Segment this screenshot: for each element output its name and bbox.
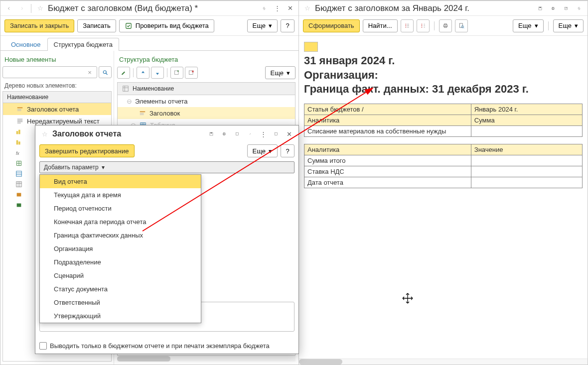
expand-all-icon[interactable] xyxy=(401,19,414,32)
new-window-icon[interactable] xyxy=(232,128,243,139)
star-icon[interactable]: ☆ xyxy=(35,3,46,14)
palette-icon-1[interactable] xyxy=(15,128,23,136)
table-remove-icon[interactable] xyxy=(185,67,198,79)
move-up-icon[interactable] xyxy=(137,67,149,79)
tab-structure[interactable]: Структура бюджета xyxy=(47,38,119,51)
menu-item-current-datetime[interactable]: Текущая дата и время xyxy=(40,188,201,202)
star-icon[interactable]: ☆ xyxy=(39,128,50,139)
modal-help-button[interactable]: ? xyxy=(281,144,294,157)
row-vat[interactable]: Ставка НДС xyxy=(304,166,471,177)
row-materials[interactable]: Списание материалов на собственные нужды xyxy=(304,125,471,136)
menu-item-scenario[interactable]: Сценарий xyxy=(40,269,201,282)
palette-icon-5[interactable] xyxy=(15,170,23,178)
link-icon[interactable] xyxy=(245,128,256,139)
structure-hscroll[interactable] xyxy=(117,356,295,362)
search-icon[interactable] xyxy=(99,66,112,78)
svg-rect-7 xyxy=(17,122,23,122)
link-icon[interactable] xyxy=(259,3,270,14)
svg-text:fx: fx xyxy=(16,151,19,156)
menu-item-department[interactable]: Подразделение xyxy=(40,255,201,269)
more-icon[interactable]: ⋮ xyxy=(258,128,269,139)
edit-icon[interactable] xyxy=(117,67,130,79)
right-more-button-2[interactable]: Еще ▾ xyxy=(553,19,584,32)
report-hscroll[interactable] xyxy=(299,359,588,365)
text-item-icon xyxy=(16,117,24,125)
new-elements-header: Наименование xyxy=(2,91,112,103)
star-icon[interactable]: ☆ xyxy=(302,3,313,14)
link-icon[interactable] xyxy=(574,3,585,14)
structure-row-root[interactable]: ⊖ Элементы отчета xyxy=(118,95,295,107)
row-total[interactable]: Сумма итого xyxy=(304,155,471,166)
table-add-icon[interactable] xyxy=(170,67,183,79)
row-report-date[interactable]: Дата отчета xyxy=(304,177,471,188)
check-view-button[interactable]: Проверить вид бюджета xyxy=(119,19,214,32)
right-toolbar: Сформировать Найти... Еще ▾ Еще ▾ xyxy=(299,16,588,36)
move-down-icon[interactable] xyxy=(151,67,164,79)
check-view-label: Проверить вид бюджета xyxy=(136,22,209,29)
menu-item-approver[interactable]: Утверждающий xyxy=(40,309,201,323)
tree-item-header[interactable]: Заголовок отчета xyxy=(3,103,111,115)
more-icon[interactable]: ⋮ xyxy=(272,3,283,14)
menu-item-end-date[interactable]: Конечная дата периода отчета xyxy=(40,215,201,229)
finish-edit-button[interactable]: Завершить редактирование xyxy=(39,144,135,157)
find-button[interactable]: Найти... xyxy=(363,19,398,32)
save-close-button[interactable]: Записать и закрыть xyxy=(4,19,74,32)
svg-rect-14 xyxy=(140,115,144,115)
palette-icon-6[interactable] xyxy=(15,180,23,188)
collapse-all-icon[interactable] xyxy=(417,19,430,32)
separator xyxy=(31,4,31,13)
maximize-icon[interactable] xyxy=(271,128,282,139)
new-window-icon[interactable] xyxy=(561,3,572,14)
selection-marker[interactable] xyxy=(304,42,318,52)
forward-button[interactable] xyxy=(16,3,27,14)
header-item-icon xyxy=(16,105,24,113)
save-icon[interactable] xyxy=(535,3,546,14)
report-org-line: Организация: xyxy=(299,68,588,83)
palette-icon-2[interactable] xyxy=(15,138,23,146)
menu-item-doc-status[interactable]: Статус документа xyxy=(40,282,201,296)
palette-icon-4[interactable] xyxy=(15,159,23,167)
svg-rect-13 xyxy=(140,113,144,114)
menu-item-period[interactable]: Период отчетности xyxy=(40,202,201,215)
clear-icon[interactable]: × xyxy=(85,67,94,78)
new-elements-title: Новые элементы xyxy=(2,54,112,66)
preview-icon[interactable] xyxy=(455,19,468,32)
menu-item-fact-boundary[interactable]: Граница фактических данных xyxy=(40,229,201,242)
palette-fx-icon[interactable]: fx xyxy=(15,149,23,157)
print-icon[interactable] xyxy=(219,128,230,139)
tab-main[interactable]: Основное xyxy=(4,38,47,51)
close-icon[interactable]: ✕ xyxy=(284,128,294,139)
print-button[interactable] xyxy=(439,19,452,32)
search-input[interactable]: × xyxy=(2,66,97,78)
menu-item-organization[interactable]: Организация xyxy=(40,242,201,255)
palette-icons: fx xyxy=(13,128,25,209)
checkbox-icon[interactable] xyxy=(39,342,47,350)
param-menu: Вид отчета Текущая дата и время Период о… xyxy=(39,174,201,323)
chevron-down-icon: ▾ xyxy=(269,147,272,155)
print-only-checkbox-row[interactable]: Выводить только в бюджетном отчете и при… xyxy=(35,338,298,354)
left-more-button[interactable]: Еще ▾ xyxy=(247,19,278,32)
back-button[interactable] xyxy=(3,3,14,14)
chevron-down-icon: ▾ xyxy=(269,22,272,29)
close-icon[interactable]: ✕ xyxy=(285,3,295,14)
save-icon[interactable] xyxy=(206,128,217,139)
help-button[interactable]: ? xyxy=(281,19,294,32)
palette-icon-8[interactable] xyxy=(15,201,23,209)
header-editor-modal: ☆ Заголовок отчета ⋮ ✕ Завершить редакти… xyxy=(35,125,299,354)
modal-more-button[interactable]: Еще ▾ xyxy=(247,144,278,157)
add-param-dropdown[interactable]: Добавить параметр ▾ xyxy=(39,161,294,173)
svg-rect-41 xyxy=(16,171,22,177)
svg-rect-6 xyxy=(17,120,23,121)
palette-icon-7[interactable] xyxy=(15,191,23,199)
right-more-button[interactable]: Еще ▾ xyxy=(513,19,543,32)
save-button[interactable]: Записать xyxy=(77,19,116,32)
structure-more-button[interactable]: Еще ▾ xyxy=(265,66,295,79)
print-icon[interactable] xyxy=(548,3,559,14)
collapse-icon[interactable]: ⊖ xyxy=(127,98,132,105)
structure-row-header[interactable]: Заголовок xyxy=(118,107,295,119)
svg-rect-2 xyxy=(17,108,23,109)
menu-item-report-type[interactable]: Вид отчета xyxy=(40,175,201,188)
generate-button[interactable]: Сформировать xyxy=(303,19,360,32)
menu-item-responsible[interactable]: Ответственный xyxy=(40,296,201,309)
table-icon xyxy=(122,85,130,93)
